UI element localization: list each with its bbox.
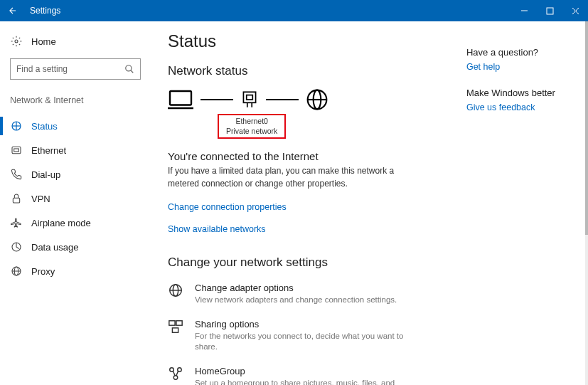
search-input[interactable]: Find a setting <box>10 58 141 80</box>
change-settings-heading: Change your network settings <box>168 255 452 270</box>
svg-rect-14 <box>170 91 191 105</box>
adapter-icon <box>240 89 259 110</box>
option-homegroup[interactable]: HomeGroup Set up a homegroup to share pi… <box>168 366 452 385</box>
option-sharing[interactable]: Sharing options For the networks you con… <box>168 319 452 353</box>
maximize-button[interactable] <box>537 0 562 21</box>
option-title: Sharing options <box>195 319 422 329</box>
svg-rect-16 <box>243 92 255 102</box>
window-title: Settings <box>26 6 60 16</box>
home-label: Home <box>31 36 56 47</box>
search-placeholder: Find a setting <box>16 64 68 74</box>
sidebar-item-label: Status <box>31 121 58 132</box>
airplane-icon <box>10 217 23 228</box>
home-button[interactable]: Home <box>0 30 149 53</box>
svg-rect-7 <box>12 147 21 153</box>
status-icon <box>10 120 23 132</box>
adapter-label-highlight: Ethernet0 Private network <box>218 114 286 139</box>
titlebar: Settings <box>0 0 588 21</box>
option-title: Change adapter options <box>195 283 397 293</box>
link-get-help[interactable]: Get help <box>466 62 582 72</box>
minimize-icon <box>520 7 528 15</box>
svg-rect-17 <box>247 95 253 100</box>
svg-point-3 <box>126 65 132 71</box>
globe-icon <box>306 88 328 111</box>
aside-question-heading: Have a question? <box>466 47 582 58</box>
svg-rect-1 <box>547 8 553 14</box>
link-change-connection-properties[interactable]: Change connection properties <box>168 202 287 212</box>
svg-point-2 <box>15 40 18 43</box>
sidebar-item-ethernet[interactable]: Ethernet <box>0 138 149 162</box>
sharing-icon <box>168 319 185 353</box>
sidebar-item-dialup[interactable]: Dial-up <box>0 162 149 186</box>
sidebar-item-proxy[interactable]: Proxy <box>0 259 149 283</box>
sidebar-item-label: Data usage <box>31 242 79 253</box>
adapter-type: Private network <box>226 127 277 137</box>
svg-rect-8 <box>14 149 19 152</box>
sidebar-item-label: Dial-up <box>31 169 60 180</box>
svg-rect-26 <box>169 320 175 325</box>
adapter-name: Ethernet0 <box>226 117 277 127</box>
maximize-icon <box>546 7 554 15</box>
sidebar: Home Find a setting Network & Internet S… <box>0 21 149 385</box>
sidebar-category: Network & Internet <box>0 91 149 114</box>
svg-rect-9 <box>13 198 19 203</box>
sidebar-item-label: Ethernet <box>31 145 66 156</box>
svg-line-4 <box>131 70 134 73</box>
vpn-icon <box>10 193 23 204</box>
close-button[interactable] <box>562 0 588 21</box>
aside-improve-heading: Make Windows better <box>466 88 582 98</box>
sidebar-item-label: Airplane mode <box>31 218 91 228</box>
svg-rect-27 <box>176 320 182 325</box>
arrow-left-icon <box>8 6 18 16</box>
option-desc: For the networks you connect to, decide … <box>195 331 422 353</box>
scrollbar-thumb[interactable] <box>585 21 588 235</box>
svg-rect-28 <box>172 327 178 332</box>
connected-heading: You're connected to the Internet <box>168 150 452 162</box>
option-title: HomeGroup <box>195 366 422 376</box>
connected-desc: If you have a limited data plan, you can… <box>168 165 402 190</box>
link-show-available-networks[interactable]: Show available networks <box>168 224 266 234</box>
minimize-button[interactable] <box>511 0 537 21</box>
sidebar-item-datausage[interactable]: Data usage <box>0 235 149 259</box>
network-diagram <box>168 88 452 111</box>
gear-icon <box>10 36 23 47</box>
datausage-icon <box>10 241 23 253</box>
back-button[interactable] <box>0 0 26 21</box>
ethernet-icon <box>10 144 23 156</box>
connector-line <box>201 99 233 100</box>
computer-icon <box>168 89 193 110</box>
close-icon <box>572 7 579 15</box>
sidebar-item-airplane[interactable]: Airplane mode <box>0 211 149 235</box>
link-give-feedback[interactable]: Give us feedback <box>466 102 582 112</box>
page-title: Status <box>168 31 452 51</box>
search-icon <box>124 64 134 74</box>
proxy-icon <box>10 265 23 277</box>
option-change-adapter[interactable]: Change adapter options View network adap… <box>168 283 452 306</box>
svg-point-31 <box>173 375 178 379</box>
option-desc: View network adapters and change connect… <box>195 295 397 306</box>
homegroup-icon <box>168 366 185 385</box>
dialup-icon <box>10 169 23 180</box>
adapter-options-icon <box>168 283 185 306</box>
sidebar-item-vpn[interactable]: VPN <box>0 186 149 211</box>
network-status-heading: Network status <box>168 64 452 78</box>
option-desc: Set up a homegroup to share pictures, mu… <box>195 378 422 385</box>
sidebar-item-label: Proxy <box>31 266 55 277</box>
sidebar-item-status[interactable]: Status <box>0 114 149 138</box>
sidebar-item-label: VPN <box>31 194 50 204</box>
connector-line <box>266 99 299 100</box>
